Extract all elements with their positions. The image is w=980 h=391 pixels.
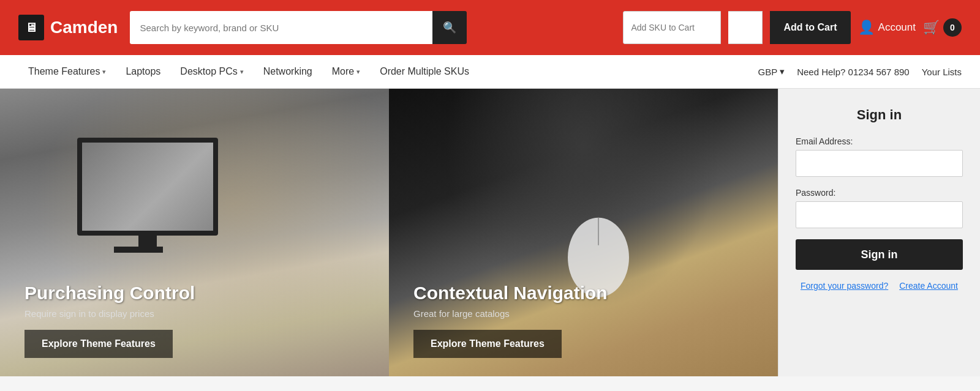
qty-input[interactable]: 1	[728, 11, 763, 44]
banner-left-title: Purchasing Control	[24, 283, 364, 303]
signin-links: Forgot your password? Create Account	[796, 281, 963, 291]
search-icon: 🔍	[443, 21, 456, 34]
nav-item-more[interactable]: More ▾	[322, 55, 370, 89]
banner-right-title: Contextual Navigation	[413, 283, 753, 303]
nav-item-order-multiple[interactable]: Order Multiple SKUs	[370, 55, 479, 89]
logo-icon: 🖥	[18, 15, 44, 40]
banner-right-cta[interactable]: Explore Theme Features	[413, 330, 562, 358]
signin-panel: Sign in Email Address: Password: Sign in…	[778, 89, 980, 376]
header-right: 1 Add to Cart 👤 Account 🛒 0	[623, 11, 962, 44]
banner-right-overlay: Contextual Navigation Great for large ca…	[389, 89, 778, 376]
banner-section: Purchasing Control Require sign in to di…	[0, 89, 778, 376]
cart-count: 0	[943, 18, 962, 37]
more-chevron-icon: ▾	[356, 68, 360, 76]
nav-desktop-pcs-label: Desktop PCs	[180, 66, 237, 77]
banner-right-subtitle: Great for large catalogs	[413, 308, 753, 319]
banner-left: Purchasing Control Require sign in to di…	[0, 89, 389, 376]
add-to-cart-button[interactable]: Add to Cart	[770, 11, 850, 44]
nav-help-phone[interactable]: Need Help? 01234 567 890	[797, 67, 910, 77]
main-nav: Theme Features ▾ Laptops Desktop PCs ▾ N…	[0, 55, 980, 89]
cart-icon: 🛒	[923, 20, 940, 35]
search-button[interactable]: 🔍	[432, 11, 467, 44]
nav-item-networking[interactable]: Networking	[254, 55, 322, 89]
nav-networking-label: Networking	[263, 66, 312, 77]
nav-order-multiple-label: Order Multiple SKUs	[380, 66, 469, 77]
signin-button[interactable]: Sign in	[796, 239, 963, 270]
nav-theme-features-label: Theme Features	[28, 66, 100, 77]
currency-chevron-icon: ▾	[780, 66, 785, 77]
banner-left-subtitle: Require sign in to display prices	[24, 308, 364, 319]
nav-item-theme-features[interactable]: Theme Features ▾	[18, 55, 116, 89]
theme-features-chevron-icon: ▾	[102, 68, 106, 76]
nav-currency[interactable]: GBP ▾	[758, 66, 785, 77]
site-header: 🖥 Camden 🔍 1 Add to Cart 👤 Account 🛒 0	[0, 0, 980, 55]
forgot-password-link[interactable]: Forgot your password?	[801, 281, 888, 291]
create-account-link[interactable]: Create Account	[899, 281, 958, 291]
email-input[interactable]	[796, 150, 963, 177]
logo-area[interactable]: 🖥 Camden	[18, 15, 118, 40]
logo-text: Camden	[50, 18, 118, 37]
account-label: Account	[878, 21, 916, 34]
password-input[interactable]	[796, 201, 963, 228]
banner-left-overlay: Purchasing Control Require sign in to di…	[0, 89, 389, 376]
account-icon: 👤	[858, 20, 875, 35]
desktop-pcs-chevron-icon: ▾	[240, 68, 244, 76]
help-phone-label: Need Help? 01234 567 890	[797, 67, 910, 77]
signin-title: Sign in	[796, 107, 963, 123]
email-label: Email Address:	[796, 136, 963, 146]
nav-item-laptops[interactable]: Laptops	[116, 55, 170, 89]
nav-your-lists[interactable]: Your Lists	[922, 67, 962, 77]
currency-label: GBP	[758, 67, 777, 77]
sku-input[interactable]	[623, 11, 721, 44]
search-area: 🔍	[130, 11, 467, 44]
your-lists-label: Your Lists	[922, 67, 962, 77]
nav-left: Theme Features ▾ Laptops Desktop PCs ▾ N…	[18, 55, 758, 89]
password-label: Password:	[796, 188, 963, 198]
nav-more-label: More	[332, 66, 354, 77]
nav-item-desktop-pcs[interactable]: Desktop PCs ▾	[170, 55, 253, 89]
search-input[interactable]	[130, 11, 432, 44]
banner-right: Contextual Navigation Great for large ca…	[389, 89, 778, 376]
banner-left-cta[interactable]: Explore Theme Features	[24, 330, 173, 358]
nav-right: GBP ▾ Need Help? 01234 567 890 Your List…	[758, 66, 962, 77]
cart-area[interactable]: 🛒 0	[923, 18, 962, 37]
account-area[interactable]: 👤 Account	[858, 20, 916, 35]
main-content: Purchasing Control Require sign in to di…	[0, 89, 980, 376]
nav-laptops-label: Laptops	[126, 66, 160, 77]
